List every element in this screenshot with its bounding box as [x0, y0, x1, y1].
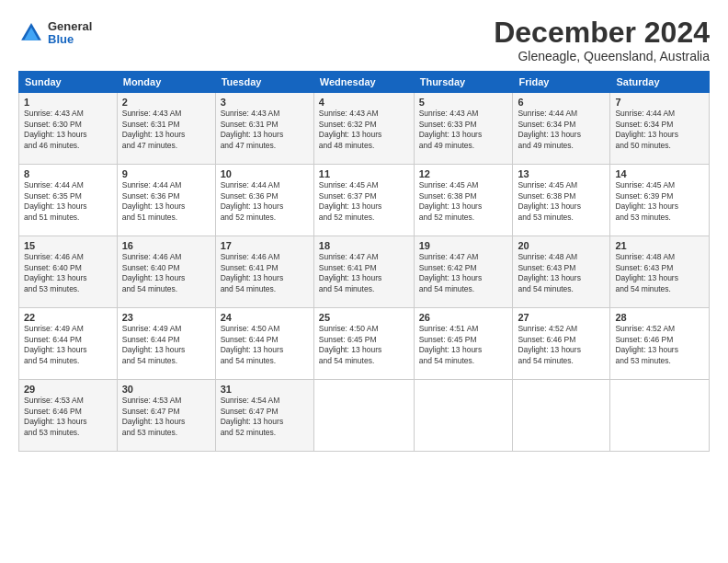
day-info: Sunrise: 4:45 AMSunset: 6:38 PMDaylight:… — [518, 180, 605, 223]
day-number: 4 — [319, 97, 409, 108]
col-saturday: Saturday — [610, 72, 710, 93]
day-number: 9 — [122, 168, 210, 179]
day-info: Sunrise: 4:44 AMSunset: 6:34 PMDaylight:… — [615, 109, 704, 151]
day-info: Sunrise: 4:43 AMSunset: 6:30 PMDaylight:… — [24, 109, 112, 151]
table-cell: 23 Sunrise: 4:49 AMSunset: 6:44 PMDaylig… — [117, 308, 215, 380]
logo: General Blue — [18, 20, 92, 47]
col-friday: Friday — [513, 72, 610, 93]
table-cell: 30 Sunrise: 4:53 AMSunset: 6:47 PMDaylig… — [117, 380, 215, 452]
table-cell: 28 Sunrise: 4:52 AMSunset: 6:46 PMDaylig… — [610, 308, 710, 380]
table-cell: 3 Sunrise: 4:43 AMSunset: 6:31 PMDayligh… — [215, 93, 313, 165]
table-cell: 1 Sunrise: 4:43 AMSunset: 6:30 PMDayligh… — [19, 93, 118, 165]
day-number: 27 — [518, 312, 605, 323]
day-info: Sunrise: 4:44 AMSunset: 6:36 PMDaylight:… — [122, 180, 210, 223]
day-number: 12 — [419, 168, 508, 179]
day-info: Sunrise: 4:49 AMSunset: 6:44 PMDaylight:… — [24, 324, 112, 366]
logo-general-text: General — [48, 20, 92, 33]
day-info: Sunrise: 4:46 AMSunset: 6:40 PMDaylight:… — [24, 252, 112, 294]
day-info: Sunrise: 4:49 AMSunset: 6:44 PMDaylight:… — [122, 324, 210, 366]
day-info: Sunrise: 4:51 AMSunset: 6:45 PMDaylight:… — [419, 324, 508, 366]
calendar-week-row: 1 Sunrise: 4:43 AMSunset: 6:30 PMDayligh… — [19, 93, 710, 165]
day-info: Sunrise: 4:45 AMSunset: 6:38 PMDaylight:… — [419, 180, 508, 223]
day-info: Sunrise: 4:48 AMSunset: 6:43 PMDaylight:… — [615, 252, 704, 294]
day-number: 1 — [24, 97, 112, 108]
day-info: Sunrise: 4:53 AMSunset: 6:47 PMDaylight:… — [122, 396, 210, 438]
day-info: Sunrise: 4:43 AMSunset: 6:33 PMDaylight:… — [419, 109, 508, 151]
page: General Blue December 2024 Gleneagle, Qu… — [0, 0, 728, 563]
table-cell: 9 Sunrise: 4:44 AMSunset: 6:36 PMDayligh… — [117, 165, 215, 236]
day-number: 19 — [419, 240, 508, 251]
day-info: Sunrise: 4:43 AMSunset: 6:31 PMDaylight:… — [122, 109, 210, 151]
day-info: Sunrise: 4:44 AMSunset: 6:34 PMDaylight:… — [518, 109, 605, 151]
day-number: 26 — [419, 312, 508, 323]
col-thursday: Thursday — [414, 72, 513, 93]
col-monday: Monday — [117, 72, 215, 93]
table-cell — [610, 380, 710, 452]
day-number: 14 — [615, 168, 704, 179]
col-tuesday: Tuesday — [215, 72, 313, 93]
table-cell: 29 Sunrise: 4:53 AMSunset: 6:46 PMDaylig… — [19, 380, 118, 452]
day-number: 17 — [221, 240, 309, 251]
day-info: Sunrise: 4:45 AMSunset: 6:37 PMDaylight:… — [319, 180, 409, 223]
col-wednesday: Wednesday — [313, 72, 414, 93]
subtitle: Gleneagle, Queensland, Australia — [494, 49, 710, 63]
calendar-week-row: 22 Sunrise: 4:49 AMSunset: 6:44 PMDaylig… — [19, 308, 710, 380]
logo-blue-text: Blue — [48, 33, 92, 46]
day-number: 28 — [615, 312, 704, 323]
day-info: Sunrise: 4:44 AMSunset: 6:36 PMDaylight:… — [221, 180, 309, 223]
table-cell: 12 Sunrise: 4:45 AMSunset: 6:38 PMDaylig… — [414, 165, 513, 236]
table-cell: 8 Sunrise: 4:44 AMSunset: 6:35 PMDayligh… — [19, 165, 118, 236]
table-cell: 2 Sunrise: 4:43 AMSunset: 6:31 PMDayligh… — [117, 93, 215, 165]
table-cell: 11 Sunrise: 4:45 AMSunset: 6:37 PMDaylig… — [313, 165, 414, 236]
table-cell: 6 Sunrise: 4:44 AMSunset: 6:34 PMDayligh… — [513, 93, 610, 165]
day-info: Sunrise: 4:46 AMSunset: 6:40 PMDaylight:… — [122, 252, 210, 294]
day-number: 25 — [319, 312, 409, 323]
table-cell — [414, 380, 513, 452]
calendar-week-row: 29 Sunrise: 4:53 AMSunset: 6:46 PMDaylig… — [19, 380, 710, 452]
day-number: 10 — [221, 168, 309, 179]
table-cell: 25 Sunrise: 4:50 AMSunset: 6:45 PMDaylig… — [313, 308, 414, 380]
header: General Blue December 2024 Gleneagle, Qu… — [18, 17, 710, 63]
day-info: Sunrise: 4:46 AMSunset: 6:41 PMDaylight:… — [221, 252, 309, 294]
table-cell: 20 Sunrise: 4:48 AMSunset: 6:43 PMDaylig… — [513, 236, 610, 308]
calendar-week-row: 15 Sunrise: 4:46 AMSunset: 6:40 PMDaylig… — [19, 236, 710, 308]
day-info: Sunrise: 4:44 AMSunset: 6:35 PMDaylight:… — [24, 180, 112, 223]
day-info: Sunrise: 4:47 AMSunset: 6:41 PMDaylight:… — [319, 252, 409, 294]
table-cell: 17 Sunrise: 4:46 AMSunset: 6:41 PMDaylig… — [215, 236, 313, 308]
table-cell: 14 Sunrise: 4:45 AMSunset: 6:39 PMDaylig… — [610, 165, 710, 236]
day-number: 24 — [221, 312, 309, 323]
table-cell: 10 Sunrise: 4:44 AMSunset: 6:36 PMDaylig… — [215, 165, 313, 236]
day-info: Sunrise: 4:47 AMSunset: 6:42 PMDaylight:… — [419, 252, 508, 294]
table-cell: 18 Sunrise: 4:47 AMSunset: 6:41 PMDaylig… — [313, 236, 414, 308]
logo-icon — [18, 20, 44, 46]
day-number: 2 — [122, 97, 210, 108]
day-info: Sunrise: 4:48 AMSunset: 6:43 PMDaylight:… — [518, 252, 605, 294]
day-number: 21 — [615, 240, 704, 251]
table-cell: 31 Sunrise: 4:54 AMSunset: 6:47 PMDaylig… — [215, 380, 313, 452]
day-number: 30 — [122, 384, 210, 395]
table-cell: 4 Sunrise: 4:43 AMSunset: 6:32 PMDayligh… — [313, 93, 414, 165]
day-info: Sunrise: 4:50 AMSunset: 6:45 PMDaylight:… — [319, 324, 409, 366]
day-info: Sunrise: 4:53 AMSunset: 6:46 PMDaylight:… — [24, 396, 112, 438]
day-info: Sunrise: 4:43 AMSunset: 6:31 PMDaylight:… — [221, 109, 309, 151]
calendar-week-row: 8 Sunrise: 4:44 AMSunset: 6:35 PMDayligh… — [19, 165, 710, 236]
table-cell: 16 Sunrise: 4:46 AMSunset: 6:40 PMDaylig… — [117, 236, 215, 308]
day-info: Sunrise: 4:50 AMSunset: 6:44 PMDaylight:… — [221, 324, 309, 366]
table-cell: 19 Sunrise: 4:47 AMSunset: 6:42 PMDaylig… — [414, 236, 513, 308]
col-sunday: Sunday — [19, 72, 118, 93]
title-block: December 2024 Gleneagle, Queensland, Aus… — [494, 17, 710, 63]
day-info: Sunrise: 4:52 AMSunset: 6:46 PMDaylight:… — [615, 324, 704, 366]
logo-text: General Blue — [48, 20, 92, 47]
day-number: 3 — [221, 97, 309, 108]
day-info: Sunrise: 4:54 AMSunset: 6:47 PMDaylight:… — [221, 396, 309, 438]
day-number: 5 — [419, 97, 508, 108]
table-cell: 24 Sunrise: 4:50 AMSunset: 6:44 PMDaylig… — [215, 308, 313, 380]
day-number: 31 — [221, 384, 309, 395]
day-number: 16 — [122, 240, 210, 251]
day-info: Sunrise: 4:52 AMSunset: 6:46 PMDaylight:… — [518, 324, 605, 366]
day-number: 8 — [24, 168, 112, 179]
day-number: 29 — [24, 384, 112, 395]
day-number: 15 — [24, 240, 112, 251]
table-cell: 21 Sunrise: 4:48 AMSunset: 6:43 PMDaylig… — [610, 236, 710, 308]
day-number: 6 — [518, 97, 605, 108]
